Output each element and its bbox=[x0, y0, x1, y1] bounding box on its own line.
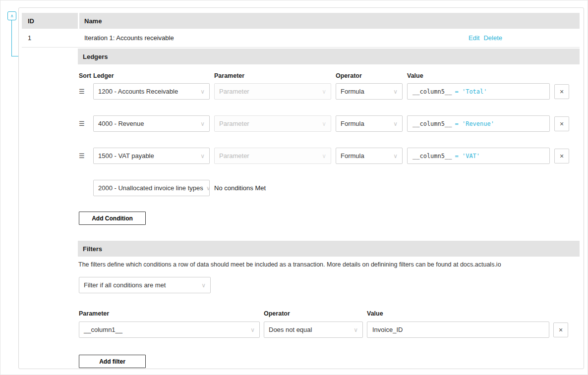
fallback-ledger-select[interactable]: 2000 - Unallocated invoice line types ∨ bbox=[93, 180, 210, 196]
filter-parameter-select[interactable]: __column1__ ∨ bbox=[79, 321, 260, 338]
chevron-down-icon: ∨ bbox=[353, 326, 358, 333]
ledger-select[interactable]: 1500 - VAT payable ∨ bbox=[93, 148, 210, 164]
operator-select[interactable]: Formula ∨ bbox=[336, 148, 403, 164]
value-input[interactable]: __column5__ = 'Total' bbox=[407, 83, 550, 100]
value-parameter-text: __column5__ bbox=[412, 153, 452, 160]
filters-title: Filters bbox=[83, 245, 102, 253]
value-parameter-text: __column5__ bbox=[412, 88, 452, 95]
value-parameter-text: __column5__ bbox=[412, 120, 452, 127]
value-input[interactable]: __column5__ = 'Revenue' bbox=[407, 115, 550, 132]
parameter-placeholder: Parameter bbox=[219, 152, 249, 160]
parameter-select: Parameter ∨ bbox=[214, 148, 331, 164]
add-filter-button[interactable]: Add filter bbox=[79, 355, 146, 368]
filter-mode-select[interactable]: Filter if all conditions are met ∨ bbox=[79, 277, 211, 293]
ledger-row: ☰ 4000 - Revenue ∨ Parameter ∨ Formula ∨… bbox=[79, 115, 580, 132]
chevron-down-icon: ∨ bbox=[322, 153, 326, 160]
drag-handle-icon[interactable]: ☰ bbox=[79, 152, 89, 160]
tree-connector-line bbox=[11, 20, 12, 56]
value-column-header: Value bbox=[407, 72, 550, 79]
filter-mode-value: Filter if all conditions are met bbox=[84, 281, 166, 289]
chevron-down-icon: ∨ bbox=[206, 185, 210, 192]
chevron-down-icon: ∨ bbox=[393, 88, 398, 95]
filter-row: __column1__ ∨ Does not equal ∨ × bbox=[78, 321, 580, 338]
chevron-down-icon: ∨ bbox=[393, 153, 398, 160]
chevron-down-icon: ∨ bbox=[322, 88, 326, 95]
parameter-select: Parameter ∨ bbox=[214, 115, 331, 132]
ledger-select[interactable]: 4000 - Revenue ∨ bbox=[93, 115, 210, 132]
chevron-up-icon: ∧ bbox=[10, 13, 14, 18]
ledgers-title: Ledgers bbox=[83, 53, 108, 60]
chevron-down-icon: ∨ bbox=[200, 88, 205, 95]
operator-select-value: Formula bbox=[341, 88, 364, 95]
ledger-select-value: 1500 - VAT payable bbox=[98, 152, 154, 160]
operator-select-value: Formula bbox=[341, 152, 364, 160]
close-icon: × bbox=[559, 326, 563, 334]
filters-description: The filters define which conditions a ro… bbox=[78, 261, 580, 268]
remove-row-button[interactable]: × bbox=[554, 149, 569, 163]
value-input[interactable]: __column5__ = 'VAT' bbox=[407, 148, 550, 164]
delete-link[interactable]: Delete bbox=[483, 34, 502, 42]
ledger-row: ☰ 1500 - VAT payable ∨ Parameter ∨ Formu… bbox=[79, 148, 580, 164]
ledgers-column-headers: Sort Ledger Parameter Operator Value bbox=[79, 72, 580, 79]
row-id: 1 bbox=[22, 29, 78, 47]
ledger-row: ☰ 1200 - Accounts Receivable ∨ Parameter… bbox=[79, 83, 580, 100]
close-icon: × bbox=[560, 152, 564, 160]
ledger-select-value: 4000 - Revenue bbox=[98, 120, 144, 127]
ledger-column-header: Ledger bbox=[93, 72, 210, 79]
filter-parameter-value: __column1__ bbox=[84, 326, 122, 333]
no-conditions-met-label: No conditions Met bbox=[214, 184, 331, 192]
iteration-card: ID Name 1 Iteration 1: Accounts receivab… bbox=[18, 7, 584, 369]
id-column-header: ID bbox=[22, 13, 78, 29]
remove-filter-button[interactable]: × bbox=[553, 322, 568, 337]
parameter-column-header: Parameter bbox=[79, 310, 260, 317]
edit-link[interactable]: Edit bbox=[469, 34, 479, 42]
add-condition-button[interactable]: Add Condition bbox=[79, 212, 146, 225]
value-column-header: Value bbox=[367, 310, 549, 317]
table-header: ID Name bbox=[22, 13, 580, 29]
table-row: 1 Iteration 1: Accounts receivable Edit … bbox=[22, 29, 580, 48]
ledgers-section-header: Ledgers bbox=[78, 49, 580, 64]
chevron-down-icon: ∨ bbox=[322, 120, 326, 127]
value-formula-text: = 'Revenue' bbox=[455, 120, 494, 127]
parameter-placeholder: Parameter bbox=[219, 120, 249, 127]
filters-section-header: Filters bbox=[78, 241, 580, 257]
parameter-placeholder: Parameter bbox=[219, 88, 249, 95]
filter-operator-select[interactable]: Does not equal ∨ bbox=[264, 321, 363, 338]
fallback-ledger-row: 2000 - Unallocated invoice line types ∨ … bbox=[79, 180, 580, 196]
filter-operator-value: Does not equal bbox=[269, 326, 312, 333]
remove-row-button[interactable]: × bbox=[554, 84, 569, 99]
drag-handle-icon[interactable]: ☰ bbox=[79, 88, 89, 95]
ledger-select[interactable]: 1200 - Accounts Receivable ∨ bbox=[93, 83, 210, 100]
name-column-header: Name bbox=[79, 13, 580, 29]
row-actions: Edit Delete bbox=[469, 34, 580, 42]
remove-row-button[interactable]: × bbox=[554, 116, 569, 131]
fallback-ledger-value: 2000 - Unallocated invoice line types bbox=[98, 184, 203, 192]
drag-handle-icon[interactable]: ☰ bbox=[79, 120, 89, 127]
filter-value-input[interactable] bbox=[367, 321, 549, 338]
chevron-down-icon: ∨ bbox=[200, 153, 205, 160]
filters-column-headers: Parameter Operator Value bbox=[78, 310, 580, 317]
close-icon: × bbox=[560, 120, 564, 128]
chevron-down-icon: ∨ bbox=[201, 282, 206, 289]
ledger-select-value: 1200 - Accounts Receivable bbox=[98, 88, 178, 95]
operator-column-header: Operator bbox=[336, 72, 403, 79]
operator-select-value: Formula bbox=[341, 120, 364, 127]
collapse-button[interactable]: ∧ bbox=[7, 11, 16, 20]
parameter-select: Parameter ∨ bbox=[214, 83, 331, 100]
operator-select[interactable]: Formula ∨ bbox=[336, 83, 403, 100]
chevron-down-icon: ∨ bbox=[250, 326, 255, 333]
value-formula-text: = 'VAT' bbox=[455, 153, 480, 160]
operator-select[interactable]: Formula ∨ bbox=[336, 115, 403, 132]
chevron-down-icon: ∨ bbox=[200, 120, 205, 127]
operator-column-header: Operator bbox=[264, 310, 363, 317]
value-formula-text: = 'Total' bbox=[455, 88, 487, 95]
chevron-down-icon: ∨ bbox=[393, 120, 398, 127]
close-icon: × bbox=[560, 88, 564, 96]
parameter-column-header: Parameter bbox=[214, 72, 331, 79]
sort-column-header: Sort bbox=[79, 72, 89, 79]
row-name: Iteration 1: Accounts receivable bbox=[84, 34, 469, 42]
